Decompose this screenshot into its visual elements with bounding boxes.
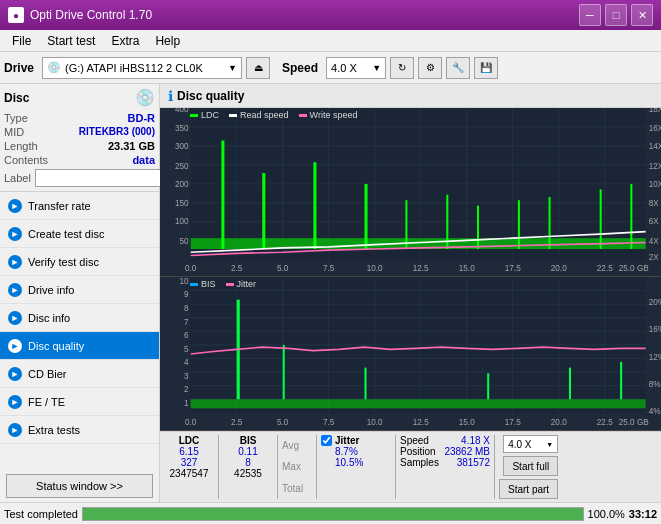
svg-text:0.0: 0.0 — [185, 417, 197, 427]
bottom-legend: BIS Jitter — [190, 279, 256, 289]
maximize-button[interactable]: □ — [605, 4, 627, 26]
ldc-legend-dot — [190, 114, 198, 117]
status-window-button[interactable]: Status window >> — [6, 474, 153, 498]
samples-label: Samples — [400, 457, 439, 468]
nav-transfer-rate[interactable]: ► Transfer rate — [0, 192, 159, 220]
svg-text:25.0 GB: 25.0 GB — [619, 262, 649, 272]
jitter-checkbox[interactable] — [321, 435, 332, 446]
ldc-column: LDC 6.15 327 2347547 — [164, 435, 214, 499]
minimize-button[interactable]: ─ — [579, 4, 601, 26]
nav-disc-info-label: Disc info — [28, 312, 70, 324]
svg-text:12%: 12% — [649, 351, 661, 361]
bis-column: BIS 0.11 8 42535 — [223, 435, 273, 499]
top-chart-svg: 400 350 300 250 200 150 100 50 18X 16X 1… — [160, 108, 661, 276]
chart-title: Disc quality — [177, 89, 244, 103]
menu-help[interactable]: Help — [147, 32, 188, 50]
nav-verify-test-disc[interactable]: ► Verify test disc — [0, 248, 159, 276]
stats-divider1 — [218, 435, 219, 499]
bis-avg-value: 0.11 — [238, 446, 257, 457]
svg-rect-22 — [405, 200, 407, 249]
disc-label-label: Label — [4, 172, 31, 184]
disc-type-value: BD-R — [128, 112, 156, 124]
svg-rect-81 — [569, 368, 571, 400]
disc-quality-icon: ► — [8, 339, 22, 353]
nav-fe-te[interactable]: ► FE / TE — [0, 388, 159, 416]
svg-rect-19 — [262, 173, 265, 249]
svg-text:200: 200 — [175, 179, 189, 189]
fe-te-icon: ► — [8, 395, 22, 409]
svg-text:10.0: 10.0 — [367, 417, 383, 427]
svg-rect-82 — [620, 362, 622, 399]
svg-text:2.5: 2.5 — [231, 417, 243, 427]
svg-text:350: 350 — [175, 123, 189, 133]
nav-disc-quality-label: Disc quality — [28, 340, 84, 352]
start-full-button[interactable]: Start full — [503, 456, 558, 476]
settings-button2[interactable]: 🔧 — [446, 57, 470, 79]
svg-rect-26 — [549, 197, 551, 249]
ldc-legend-label: LDC — [201, 110, 219, 120]
window-controls: ─ □ ✕ — [579, 4, 653, 26]
disc-label-input[interactable] — [35, 169, 168, 187]
speed-position-section: Speed 4.18 X Position 23862 MB Samples 3… — [400, 435, 490, 499]
svg-text:50: 50 — [180, 235, 189, 245]
menu-extra[interactable]: Extra — [103, 32, 147, 50]
nav-drive-info[interactable]: ► Drive info — [0, 276, 159, 304]
menu-start-test[interactable]: Start test — [39, 32, 103, 50]
title-bar: ● Opti Drive Control 1.70 ─ □ ✕ — [0, 0, 661, 30]
svg-text:5.0: 5.0 — [277, 417, 289, 427]
stats-row-labels: Avg Max Total — [282, 435, 312, 499]
bottom-bar: Test completed 100.0% 33:12 — [0, 502, 661, 524]
svg-text:12.5: 12.5 — [413, 417, 429, 427]
nav-cd-bier[interactable]: ► CD Bier — [0, 360, 159, 388]
disc-mid-value: RITEKBR3 (000) — [79, 126, 155, 138]
svg-text:16%: 16% — [649, 324, 661, 334]
jitter-section: Jitter 8.7% 10.5% — [321, 435, 391, 499]
nav-extra-tests[interactable]: ► Extra tests — [0, 416, 159, 444]
nav-extra-tests-label: Extra tests — [28, 424, 80, 436]
svg-text:17.5: 17.5 — [505, 262, 521, 272]
stats-divider5 — [494, 435, 495, 499]
close-button[interactable]: ✕ — [631, 4, 653, 26]
progress-bar-container — [82, 507, 584, 521]
svg-text:8X: 8X — [649, 197, 659, 207]
bis-max-value: 8 — [245, 457, 251, 468]
svg-rect-24 — [477, 206, 479, 249]
disc-mid-row: MID RITEKBR3 (000) — [4, 125, 155, 139]
samples-value: 381572 — [457, 457, 490, 468]
svg-rect-18 — [221, 141, 224, 249]
nav-disc-quality[interactable]: ► Disc quality — [0, 332, 159, 360]
bottom-chart: BIS Jitter — [160, 277, 661, 431]
speed-stat-value: 4.18 X — [461, 435, 490, 446]
svg-text:22.5: 22.5 — [597, 262, 613, 272]
save-button[interactable]: 💾 — [474, 57, 498, 79]
disc-label-row: Label ✏ — [4, 169, 155, 187]
settings-button1[interactable]: ⚙ — [418, 57, 442, 79]
drive-select-icon: 💿 — [47, 61, 61, 74]
disc-contents-value: data — [132, 154, 155, 166]
eject-button[interactable]: ⏏ — [246, 57, 270, 79]
top-legend: LDC Read speed Write speed — [190, 110, 357, 120]
svg-text:10X: 10X — [649, 179, 661, 189]
nav-create-test-disc[interactable]: ► Create test disc — [0, 220, 159, 248]
disc-contents-row: Contents data — [4, 153, 155, 167]
start-part-button[interactable]: Start part — [499, 479, 558, 499]
disc-header: Disc 💿 — [4, 88, 155, 107]
disc-info-section: Disc 💿 Type BD-R MID RITEKBR3 (000) Leng… — [0, 84, 159, 192]
top-chart: LDC Read speed Write speed — [160, 108, 661, 277]
speed-row: Speed 4.18 X — [400, 435, 490, 446]
stats-divider4 — [395, 435, 396, 499]
nav-disc-info[interactable]: ► Disc info — [0, 304, 159, 332]
nav-cd-bier-label: CD Bier — [28, 368, 67, 380]
svg-rect-20 — [313, 162, 316, 249]
extra-tests-icon: ► — [8, 423, 22, 437]
bis-header: BIS — [240, 435, 257, 446]
speed-stat-label: Speed — [400, 435, 429, 446]
menu-file[interactable]: File — [4, 32, 39, 50]
svg-text:9: 9 — [184, 289, 189, 299]
disc-info-icon: ► — [8, 311, 22, 325]
avg-label: Avg — [282, 440, 312, 451]
write-speed-legend-dot — [299, 114, 307, 117]
svg-text:10: 10 — [180, 277, 189, 286]
refresh-button[interactable]: ↻ — [390, 57, 414, 79]
progress-bar-fill — [83, 508, 583, 520]
